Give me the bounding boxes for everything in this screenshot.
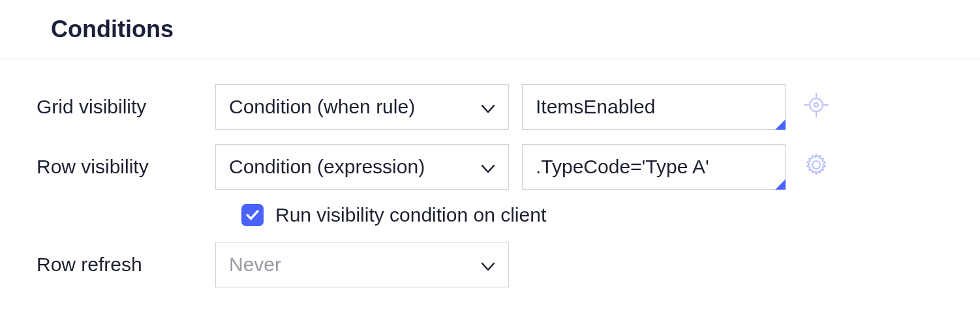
row-refresh-select-value: Never bbox=[229, 254, 281, 276]
run-on-client-label: Run visibility condition on client bbox=[275, 204, 546, 226]
row-refresh-select[interactable]: Never bbox=[215, 242, 509, 287]
run-on-client-checkbox[interactable] bbox=[241, 204, 264, 226]
section-body: Grid visibility Condition (when rule) It… bbox=[0, 59, 980, 287]
gear-icon[interactable] bbox=[803, 152, 829, 182]
chevron-down-icon bbox=[481, 254, 495, 276]
row-visibility-row: Row visibility Condition (expression) .T… bbox=[0, 144, 980, 190]
conditions-panel: Conditions Grid visibility Condition (wh… bbox=[0, 0, 980, 327]
grid-visibility-value-input[interactable]: ItemsEnabled bbox=[522, 84, 786, 130]
chevron-down-icon bbox=[481, 156, 495, 178]
row-visibility-value: .TypeCode='Type A' bbox=[536, 156, 709, 178]
row-visibility-select[interactable]: Condition (expression) bbox=[215, 144, 509, 190]
chevron-down-icon bbox=[481, 96, 495, 118]
row-visibility-label: Row visibility bbox=[0, 154, 202, 179]
svg-point-6 bbox=[812, 161, 820, 169]
grid-visibility-select[interactable]: Condition (when rule) bbox=[215, 84, 509, 130]
row-visibility-value-input[interactable]: .TypeCode='Type A' bbox=[522, 144, 786, 190]
section-title: Conditions bbox=[0, 16, 980, 59]
grid-visibility-value: ItemsEnabled bbox=[536, 96, 655, 118]
grid-visibility-select-value: Condition (when rule) bbox=[229, 96, 415, 118]
target-icon[interactable] bbox=[803, 92, 829, 123]
grid-visibility-row: Grid visibility Condition (when rule) It… bbox=[0, 84, 980, 130]
row-refresh-label: Row refresh bbox=[0, 252, 202, 277]
svg-point-1 bbox=[814, 103, 818, 107]
svg-point-0 bbox=[810, 98, 823, 111]
row-visibility-select-value: Condition (expression) bbox=[229, 156, 425, 178]
run-on-client-row: Run visibility condition on client bbox=[0, 204, 980, 226]
grid-visibility-label: Grid visibility bbox=[0, 95, 202, 119]
row-refresh-row: Row refresh Never bbox=[0, 242, 980, 287]
